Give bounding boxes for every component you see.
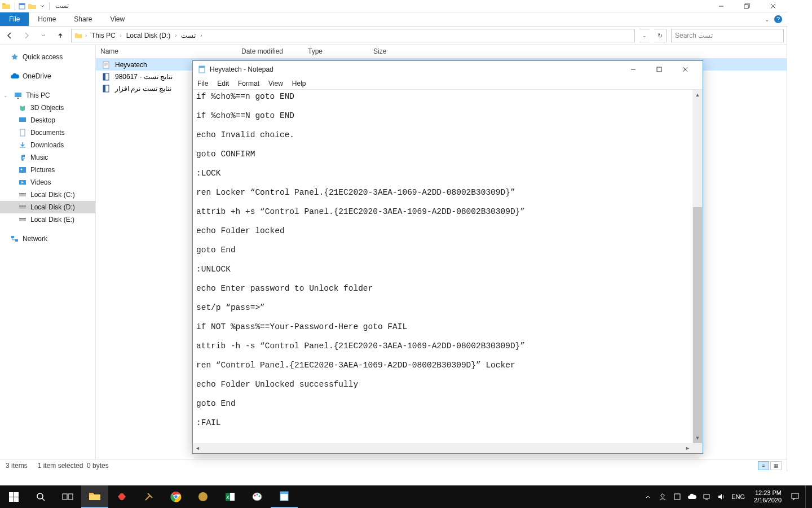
scroll-down-icon[interactable]: ▼ (692, 433, 703, 443)
navpane-item[interactable]: Videos (0, 176, 95, 189)
svg-rect-29 (9, 492, 14, 497)
address-bar[interactable]: › This PC › Local Disk (D:) › تست › (71, 29, 635, 42)
taskbar-app-tools[interactable] (135, 485, 162, 508)
tray-language[interactable]: ENG (731, 493, 745, 500)
taskbar-app-excel[interactable]: X (217, 485, 244, 508)
taskbar-app-generic[interactable] (189, 485, 217, 508)
breadcrumb[interactable]: This PC (89, 32, 118, 40)
navpane-item[interactable]: Local Disk (E:) (0, 213, 95, 226)
menu-help[interactable]: Help (292, 80, 306, 87)
nav-back-button[interactable] (3, 29, 16, 42)
nav-recent-dropdown[interactable] (37, 29, 50, 42)
column-header-name[interactable]: Name (96, 45, 237, 58)
maximize-button[interactable] (734, 0, 760, 12)
start-button[interactable] (0, 485, 27, 508)
view-large-button[interactable]: ▦ (770, 461, 782, 470)
menu-format[interactable]: Format (238, 80, 259, 87)
navpane-item[interactable]: 3D Objects (0, 102, 95, 114)
minimize-button[interactable] (708, 0, 734, 12)
address-history-dropdown[interactable]: ⌄ (639, 29, 650, 42)
tray-onedrive-icon[interactable] (687, 492, 696, 501)
navpane-item[interactable]: Desktop (0, 114, 95, 126)
column-header-size[interactable]: Size (369, 45, 414, 58)
ribbon-collapse-icon[interactable]: ⌄ (765, 16, 769, 23)
nav-pane: Quick access OneDrive ⌄ This PC 3D Objec… (0, 45, 96, 459)
notepad-titlebar[interactable]: Heyvatech - Notepad (193, 61, 703, 78)
taskbar-app-notepad[interactable] (271, 485, 298, 508)
navpane-item[interactable]: Downloads (0, 139, 95, 151)
refresh-button[interactable]: ↻ (654, 29, 667, 42)
navpane-onedrive[interactable]: OneDrive (0, 70, 95, 82)
nav-up-button[interactable] (54, 29, 67, 42)
minimize-button[interactable] (620, 61, 646, 78)
view-details-button[interactable]: ≡ (758, 461, 769, 470)
task-view-button[interactable] (54, 485, 81, 508)
close-button[interactable] (760, 0, 786, 12)
svg-rect-21 (103, 62, 109, 68)
svg-text:X: X (226, 494, 230, 500)
tray-icon[interactable] (673, 492, 682, 501)
breadcrumb[interactable]: تست (179, 32, 198, 40)
word-file-icon (102, 72, 111, 81)
svg-rect-35 (68, 494, 73, 500)
resize-grip[interactable] (692, 443, 703, 453)
menu-view[interactable]: View (268, 80, 283, 87)
svg-rect-34 (63, 494, 67, 500)
search-button[interactable] (27, 485, 54, 508)
taskbar-app-anydesk[interactable] (108, 485, 135, 508)
navpane-item-selected[interactable]: Local Disk (D:) (0, 201, 95, 213)
tray-clock[interactable]: 12:23 PM 2/16/2020 (751, 489, 785, 504)
ribbon-tab-view[interactable]: View (101, 12, 134, 26)
vertical-scrollbar[interactable]: ▲ ▼ (692, 90, 703, 443)
ribbon-file-tab[interactable]: File (0, 12, 29, 26)
maximize-button[interactable] (646, 61, 672, 78)
menu-file[interactable]: File (197, 80, 208, 87)
tray-network-icon[interactable] (702, 492, 711, 501)
scroll-up-icon[interactable]: ▲ (692, 90, 703, 100)
taskbar-explorer[interactable] (81, 485, 108, 508)
close-button[interactable] (672, 61, 698, 78)
scroll-thumb[interactable] (693, 207, 702, 450)
navpane-label: Downloads (30, 141, 64, 149)
navpane-item[interactable]: Music (0, 151, 95, 164)
notepad-title: Heyvatech - Notepad (210, 65, 273, 73)
navpane-item[interactable]: Local Disk (C:) (0, 189, 95, 201)
taskbar-app-paint[interactable] (244, 485, 271, 508)
ribbon-tab-share[interactable]: Share (65, 12, 101, 26)
tray-people-icon[interactable] (658, 492, 667, 501)
notepad-text-area[interactable]: if %cho%==n goto END if %cho%==N goto EN… (193, 90, 692, 443)
ribbon-tab-home[interactable]: Home (29, 12, 65, 26)
navpane-network[interactable]: Network (0, 233, 95, 245)
tray-chevron-icon[interactable] (643, 492, 652, 501)
tray-volume-icon[interactable] (717, 492, 726, 501)
column-header-type[interactable]: Type (303, 45, 369, 58)
show-desktop-button[interactable] (805, 485, 809, 508)
navpane-item[interactable]: Documents (0, 126, 95, 139)
qat-newfolder-icon[interactable] (28, 2, 37, 11)
breadcrumb[interactable]: Local Disk (D:) (124, 32, 173, 40)
svg-rect-1 (19, 3, 25, 5)
tray-action-center-icon[interactable] (791, 492, 800, 501)
help-icon[interactable]: ? (774, 15, 783, 24)
expand-icon[interactable]: ⌄ (3, 93, 9, 98)
navpane-item[interactable]: Pictures (0, 164, 95, 176)
notepad-icon (197, 65, 206, 74)
navpane-this-pc[interactable]: ⌄ This PC (0, 89, 95, 102)
folder-icon (74, 31, 83, 40)
column-header-date[interactable]: Date modified (237, 45, 303, 58)
taskbar-app-chrome[interactable] (162, 485, 189, 508)
svg-rect-52 (792, 493, 798, 498)
horizontal-scrollbar[interactable]: ◄► (193, 443, 692, 453)
navpane-label: Pictures (30, 166, 55, 174)
system-tray: ENG 12:23 PM 2/16/2020 (643, 485, 812, 508)
qat-dropdown-icon[interactable] (38, 2, 47, 11)
menu-edit[interactable]: Edit (217, 80, 229, 87)
qat-properties-icon[interactable] (17, 2, 27, 11)
navpane-label: This PC (26, 91, 50, 99)
navpane-quick-access[interactable]: Quick access (0, 51, 95, 63)
svg-rect-51 (704, 494, 709, 498)
svg-point-45 (257, 494, 258, 496)
nav-forward-button[interactable] (20, 29, 33, 42)
navpane-label: Videos (30, 178, 51, 186)
search-input[interactable]: Search تست (671, 29, 784, 42)
